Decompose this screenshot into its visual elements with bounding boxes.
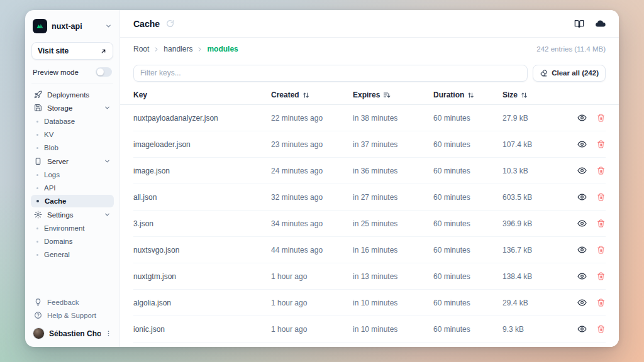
sidebar-item-api[interactable]: API [31,182,114,194]
sidebar-item-label: Logs [44,171,60,178]
clear-all-button[interactable]: Clear all (242) [533,65,606,82]
cell-created: 24 minutes ago [271,167,353,175]
cell-expires: in 10 minutes [353,325,433,334]
delete-entry-button[interactable] [597,299,605,307]
view-entry-button[interactable] [577,192,587,202]
column-header-size: Size [502,90,560,99]
delete-entry-button[interactable] [597,114,605,122]
sidebar-item-blob[interactable]: Blob [31,141,114,154]
delete-entry-button[interactable] [597,325,605,333]
cell-created: 34 minutes ago [271,219,353,228]
preview-mode-toggle[interactable] [96,67,112,77]
table-row[interactable]: nuxtgtm.json 1 hour ago in 13 minutes 60… [133,263,606,290]
bars-arrow-down-icon[interactable] [383,91,391,99]
preview-mode-row: Preview mode [31,60,114,84]
sidebar-item-logs[interactable]: Logs [31,168,114,181]
refresh-icon[interactable] [166,19,174,28]
sidebar-item-environment[interactable]: Environment [31,222,114,234]
sidebar-item-cache[interactable]: Cache [31,195,114,207]
view-entry-button[interactable] [577,298,587,307]
column-header-created: Created [271,90,353,99]
cell-key: all.json [133,193,271,202]
entries-summary: 242 entries (11.4 MB) [536,45,606,53]
sidebar-item-deployments[interactable]: Deployments [31,88,114,101]
view-entry-button[interactable] [577,140,587,149]
visit-site-button[interactable]: Visit site [31,42,113,60]
filter-keys-input[interactable] [133,65,528,82]
view-entry-button[interactable] [577,272,587,281]
main-header: Cache [120,10,619,38]
sidebar-item-database[interactable]: Database [31,115,114,128]
sidebar-item-label: API [44,184,56,192]
user-menu[interactable]: Sébastien Cho... [31,322,114,341]
sidebar-item-settings[interactable]: Settings [31,208,114,221]
breadcrumb-item-modules[interactable]: modules [207,45,238,53]
table-row[interactable]: nuxtsvgo.json 44 minutes ago in 16 minut… [133,237,606,263]
workspace-name: nuxt-api [52,22,101,31]
chevron-down-icon [104,211,111,218]
table-row[interactable]: image.json 24 minutes ago in 36 minutes … [133,158,606,184]
cell-key: nuxtgtm.json [133,272,271,281]
app-window: nuxt-api Visit site Preview mode Deploym… [25,10,619,347]
cell-size: 603.5 kB [502,193,560,202]
sidebar-item-general[interactable]: General [31,248,114,261]
page-title: Cache [133,19,160,29]
cell-created: 44 minutes ago [271,246,353,255]
cell-expires: in 37 minutes [353,140,433,149]
cell-duration: 60 minutes [433,325,502,334]
delete-entry-button[interactable] [597,140,605,148]
sidebar-item-kv[interactable]: KV [31,128,114,141]
delete-entry-button[interactable] [597,219,605,228]
sidebar-item-server[interactable]: Server [31,155,114,168]
cell-duration: 60 minutes [433,219,502,228]
sidebar-item-label: Environment [44,224,85,232]
sort-arrows-icon[interactable] [521,92,528,99]
delete-entry-button[interactable] [597,246,605,254]
view-entry-button[interactable] [577,245,587,255]
rocket-icon [34,90,42,99]
sidebar-nav: Deployments Storage Database KV Blob Ser… [31,88,114,295]
footer-item-label: Feedback [47,299,79,306]
cell-expires: in 25 minutes [353,219,433,228]
cell-duration: 60 minutes [433,272,502,281]
sort-arrows-icon[interactable] [303,92,309,99]
view-entry-button[interactable] [577,219,587,228]
delete-entry-button[interactable] [597,193,605,201]
cell-size: 10.3 kB [502,167,560,175]
sort-arrows-icon[interactable] [467,92,474,99]
table-header: KeyCreatedExpiresDurationSize [120,85,619,105]
cloudflare-icon[interactable] [594,19,606,28]
table-row[interactable]: nuxtpayloadanalyzer.json 22 minutes ago … [133,105,606,131]
cell-created: 22 minutes ago [271,114,353,123]
table-row[interactable]: algolia.json 1 hour ago in 10 minutes 60… [133,290,606,316]
table-row[interactable]: ionic.json 1 hour ago in 10 minutes 60 m… [133,316,606,343]
view-entry-button[interactable] [577,166,587,175]
bullet-dot-icon [36,174,38,176]
delete-entry-button[interactable] [597,272,605,280]
cell-key: image.json [133,167,271,175]
cell-expires: in 38 minutes [353,114,433,123]
breadcrumb-item-root[interactable]: Root [133,45,149,53]
cell-expires: in 16 minutes [353,246,433,255]
table-row[interactable]: imageloader.json 23 minutes ago in 37 mi… [133,131,606,158]
sidebar-item-help-support[interactable]: Help & Support [31,309,114,322]
delete-entry-button[interactable] [597,167,605,175]
table-row[interactable]: all.json 32 minutes ago in 27 minutes 60… [133,184,606,211]
cell-created: 1 hour ago [271,299,353,307]
workspace-selector[interactable]: nuxt-api [31,18,114,33]
table-row[interactable]: 3.json 34 minutes ago in 25 minutes 60 m… [133,211,606,237]
sidebar-divider [31,84,113,84]
cell-key: ionic.json [133,325,271,334]
sidebar-item-domains[interactable]: Domains [31,235,114,248]
sidebar-item-storage[interactable]: Storage [31,101,114,114]
cell-created: 1 hour ago [271,272,353,281]
user-name: Sébastien Cho... [49,329,101,338]
view-entry-button[interactable] [577,113,587,123]
gear-icon [34,211,42,219]
visit-site-label: Visit site [38,47,69,55]
breadcrumb-item-handlers[interactable]: handlers [164,45,192,53]
view-entry-button[interactable] [577,324,587,334]
sidebar-footer: Feedback Help & Support [31,295,114,322]
sidebar-item-feedback[interactable]: Feedback [31,295,114,309]
book-open-icon[interactable] [574,19,584,29]
